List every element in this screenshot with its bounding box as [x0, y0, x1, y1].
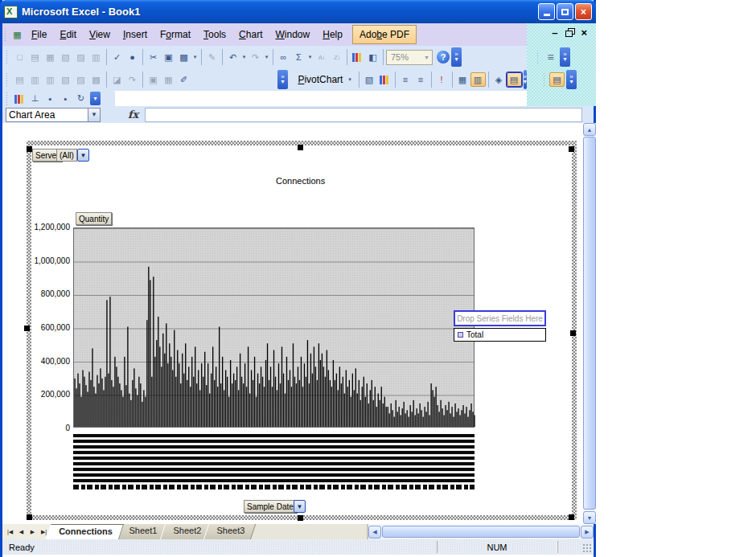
autosum-icon[interactable]: Σ — [291, 50, 306, 64]
toolbar-options-chevron[interactable]: »▾ — [451, 47, 462, 67]
chart-wizard-icon[interactable] — [377, 72, 392, 87]
spelling-icon[interactable]: ✓ — [109, 50, 125, 64]
align-icon[interactable]: ≡ — [543, 50, 558, 64]
zoom-combobox[interactable]: 75% ▼ — [386, 50, 433, 65]
field-list-floating-icon[interactable]: ▤ — [549, 72, 565, 87]
cut-icon[interactable]: ✂ — [146, 50, 161, 64]
print-icon[interactable]: ▨ — [73, 50, 88, 64]
sort-ascending-icon[interactable]: A↓ — [314, 50, 329, 64]
secondary-toolbar-grip[interactable] — [6, 72, 9, 87]
chart-mini-toolbar-grip[interactable] — [6, 92, 9, 106]
selection-handle[interactable] — [569, 514, 574, 520]
formula-input[interactable] — [145, 108, 582, 122]
print-preview-icon[interactable]: ▥ — [88, 50, 104, 64]
selection-handle[interactable] — [298, 515, 303, 521]
selection-handle[interactable] — [569, 146, 574, 152]
scroll-left-icon[interactable]: ◀ — [368, 526, 381, 539]
property-fields-icon[interactable]: ◈ — [491, 72, 507, 87]
format-painter-icon[interactable]: ✎ — [204, 50, 220, 64]
show-detail-icon[interactable]: ≡ — [413, 72, 429, 87]
next-sheet-icon[interactable]: ▶ — [27, 526, 38, 538]
horizontal-scrollbar[interactable]: ◀ ▶ — [367, 524, 594, 539]
scroll-up-icon[interactable]: ▲ — [583, 123, 596, 136]
paste-dropdown-icon[interactable]: ▾ — [191, 54, 199, 60]
toolbar2-icon-10[interactable]: ▦ — [161, 72, 176, 87]
axes-icon[interactable]: ⊥ — [27, 92, 43, 106]
category-axis-field-button[interactable]: Sample Date — [244, 500, 297, 513]
refresh-data-icon[interactable]: ! — [434, 72, 450, 87]
menu-file[interactable]: File — [25, 26, 53, 43]
menu-chart[interactable]: Chart — [232, 26, 269, 43]
field-list-mini-grip[interactable] — [543, 72, 546, 87]
chart-legend[interactable]: Total — [454, 328, 546, 342]
category-axis-dropdown-icon[interactable]: ▼ — [294, 500, 306, 513]
plot-area[interactable] — [73, 227, 475, 428]
first-sheet-icon[interactable]: |◀ — [5, 526, 15, 538]
page-field-dropdown-icon[interactable]: ▼ — [77, 149, 89, 162]
hide-detail-icon[interactable]: ≡ — [398, 72, 413, 87]
show-field-list-icon[interactable]: ▤ — [507, 72, 522, 87]
workbook-minimize-button[interactable]: – — [552, 27, 557, 39]
title-bar[interactable]: Microsoft Excel - Book1 × — [0, 0, 596, 23]
maximize-button[interactable] — [557, 3, 573, 20]
menu-format[interactable]: Format — [154, 26, 197, 43]
open-icon[interactable]: ▤ — [27, 50, 43, 64]
drawing-icon[interactable]: ◧ — [365, 50, 380, 64]
minimize-button[interactable] — [538, 3, 555, 20]
selection-handle[interactable] — [570, 330, 576, 336]
pivotchart-toolbar-chevron[interactable]: »▾ — [524, 70, 527, 89]
close-button[interactable]: × — [575, 3, 592, 20]
redo-icon[interactable]: ↷ — [248, 50, 263, 64]
selection-handle[interactable] — [27, 514, 32, 520]
menu-grip[interactable] — [4, 27, 7, 42]
scroll-down-icon[interactable]: ▼ — [583, 511, 596, 524]
toolbar2-icon-2[interactable]: ▥ — [27, 72, 43, 87]
horizontal-scroll-thumb[interactable] — [382, 526, 580, 538]
toolbar2-icon-8[interactable]: ↷ — [125, 72, 140, 87]
menu-help[interactable]: Help — [316, 26, 349, 43]
sheet-tab-connections[interactable]: Connections — [46, 524, 124, 539]
copy-icon[interactable]: ▣ — [161, 50, 176, 64]
paste-icon[interactable]: ▩ — [176, 50, 191, 64]
floating-toolbar-chevron[interactable]: »▾ — [560, 47, 570, 67]
name-box-dropdown-icon[interactable]: ▼ — [88, 108, 101, 122]
legend-toggle-icon[interactable]: ▪ — [43, 92, 58, 106]
menu-adobe-pdf[interactable]: Adobe PDF — [352, 25, 417, 44]
autosum-dropdown-icon[interactable]: ▾ — [306, 54, 314, 60]
undo-icon[interactable]: ↶ — [225, 50, 240, 64]
vertical-scrollbar[interactable]: ▲ ▼ — [583, 123, 596, 524]
menu-window[interactable]: Window — [269, 26, 316, 43]
toolbar2-icon-4[interactable]: ▧ — [58, 72, 73, 87]
value-axis-field-button[interactable]: Quantity — [76, 212, 112, 225]
selection-handle[interactable] — [24, 326, 30, 331]
help-icon[interactable]: ? — [437, 51, 450, 63]
chart-title[interactable]: Connections — [276, 176, 325, 186]
sort-descending-icon[interactable]: Z↓ — [329, 50, 344, 64]
save-icon[interactable]: ▦ — [43, 50, 58, 64]
toolbar2-icon-1[interactable]: ▤ — [12, 72, 27, 87]
drop-series-fields-zone[interactable]: Drop Series Fields Here — [454, 310, 546, 326]
standard-toolbar-grip[interactable] — [6, 50, 9, 64]
zoom-dropdown-icon[interactable]: ▼ — [424, 55, 432, 60]
include-hidden-items-icon[interactable]: ▦ — [455, 72, 470, 87]
workbook-close-button[interactable]: × — [581, 27, 587, 39]
menu-edit[interactable]: Edit — [53, 26, 83, 43]
insert-function-icon[interactable]: fx — [128, 109, 138, 121]
attach-icon[interactable]: ✐ — [176, 72, 191, 87]
secondary-toolbar-chevron[interactable]: »▾ — [277, 70, 288, 89]
redo-dropdown-icon[interactable]: ▾ — [263, 54, 270, 60]
scroll-right-icon[interactable]: ▶ — [581, 526, 594, 539]
hyperlink-icon[interactable]: ∞ — [276, 50, 291, 64]
undo-dropdown-icon[interactable]: ▾ — [240, 54, 248, 60]
chart-mini-toolbar-chevron[interactable]: ▾ — [90, 92, 101, 105]
sheet-tab-sheet3[interactable]: Sheet3 — [203, 524, 256, 539]
prev-sheet-icon[interactable]: ◀ — [16, 526, 27, 538]
research-icon[interactable]: ● — [125, 50, 140, 64]
name-box[interactable]: Chart Area — [6, 108, 88, 122]
selection-handle[interactable] — [298, 145, 303, 150]
toolbar2-icon-7[interactable]: ◪ — [109, 72, 125, 87]
toolbar2-icon-5[interactable]: ▨ — [73, 72, 88, 87]
email-icon[interactable]: ▧ — [58, 50, 73, 64]
pivotchart-menu-button[interactable]: PivotChart ▾ — [294, 72, 356, 87]
selection-handle[interactable] — [27, 146, 32, 152]
